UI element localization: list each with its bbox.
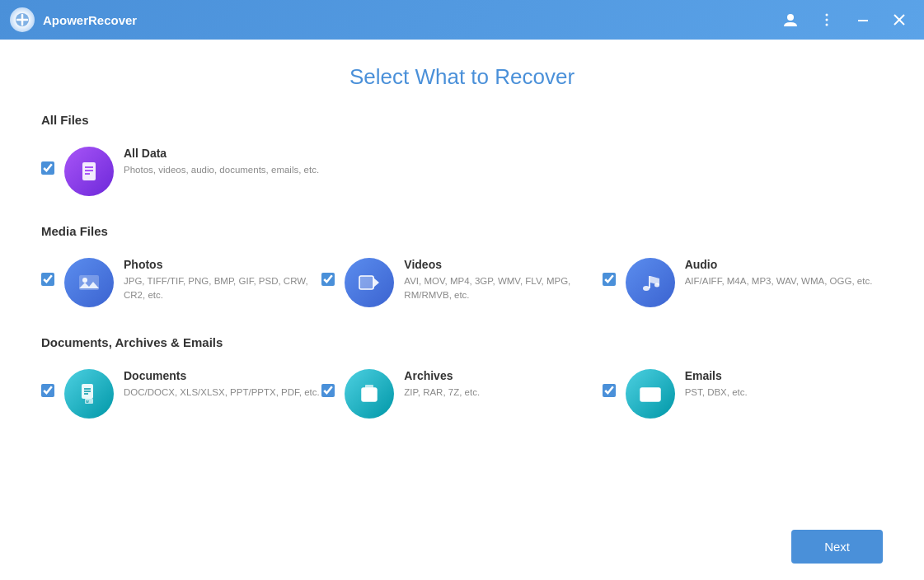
emails-icon [626,369,675,419]
svg-point-1 [787,14,794,21]
titlebar: ApowerRecover [0,0,924,40]
all-data-icon [64,147,114,196]
svg-rect-5 [858,20,868,21]
svg-point-4 [826,24,828,26]
emails-checkbox-wrap[interactable] [603,384,616,400]
svg-rect-28 [365,385,373,390]
list-item: Archives ZIP, RAR, 7Z, etc. [321,361,602,419]
documents-name: Documents [124,369,321,382]
section-media-files: Media Files Photos JPG, TIFF/TIF, PNG, B… [41,224,883,324]
audio-icon [626,258,675,307]
docs-row: W Documents DOC/DOCX, XLS/XLSX, PPT/PPTX… [41,361,883,419]
archives-icon [345,369,394,419]
section-label-docs: Documents, Archives & Emails [41,335,883,349]
archives-info: Archives ZIP, RAR, 7Z, etc. [404,361,602,400]
list-item: W Documents DOC/DOCX, XLS/XLSX, PPT/PPTX… [41,361,321,419]
next-button[interactable]: Next [791,530,883,564]
list-item: Audio AIF/AIFF, M4A, MP3, WAV, WMA, OGG,… [603,250,883,307]
audio-desc: AIF/AIFF, M4A, MP3, WAV, WMA, OGG, etc. [685,274,883,288]
svg-rect-33 [640,388,660,401]
archives-desc: ZIP, RAR, 7Z, etc. [404,386,602,400]
photos-checkbox-wrap[interactable] [41,273,54,289]
list-item: Photos JPG, TIFF/TIF, PNG, BMP, GIF, PSD… [41,250,321,307]
svg-marker-15 [373,278,379,288]
all-data-checkbox-wrap[interactable] [41,161,54,178]
all-data-name: All Data [124,147,883,160]
audio-checkbox[interactable] [603,273,616,286]
archives-checkbox[interactable] [321,384,335,397]
audio-info: Audio AIF/AIFF, M4A, MP3, WAV, WMA, OGG,… [685,250,883,288]
emails-checkbox[interactable] [603,384,616,397]
bottom-bar: Next [41,522,883,564]
app-logo [10,7,35,32]
section-label-all-files: All Files [41,113,883,127]
section-documents: Documents, Archives & Emails W [41,335,883,435]
photos-icon [64,258,114,307]
documents-desc: DOC/DOCX, XLS/XLSX, PPT/PPTX, PDF, etc. [124,386,321,400]
videos-info: Videos AVI, MOV, MP4, 3GP, WMV, FLV, MPG… [404,250,602,303]
list-item: All Data Photos, videos, audio, document… [41,138,883,196]
svg-point-13 [82,278,87,283]
videos-checkbox[interactable] [321,273,335,286]
photos-name: Photos [124,258,321,271]
page-title: Select What to Recover [41,64,883,90]
svg-text:W: W [86,400,89,404]
svg-rect-14 [359,276,374,289]
archives-name: Archives [404,369,602,382]
svg-point-17 [643,286,650,291]
section-all-files: All Files All Data Photos, [41,113,883,213]
emails-desc: PST, DBX, etc. [685,386,883,400]
all-data-checkbox[interactable] [41,161,54,175]
app-title: ApowerRecover [43,13,776,27]
emails-name: Emails [685,369,883,382]
svg-point-19 [654,283,659,288]
all-data-desc: Photos, videos, audio, documents, emails… [124,163,883,177]
archives-checkbox-wrap[interactable] [321,384,335,400]
all-files-row: All Data Photos, videos, audio, document… [41,138,883,196]
photos-info: Photos JPG, TIFF/TIF, PNG, BMP, GIF, PSD… [124,250,321,303]
svg-point-3 [826,19,828,21]
section-label-media: Media Files [41,224,883,238]
list-item: Emails PST, DBX, etc. [603,361,883,419]
photos-checkbox[interactable] [41,273,54,286]
documents-info: Documents DOC/DOCX, XLS/XLSX, PPT/PPTX, … [124,361,321,400]
svg-point-2 [826,14,828,16]
window-controls [776,8,914,31]
list-item: Videos AVI, MOV, MP4, 3GP, WMV, FLV, MPG… [321,250,602,307]
minimize-button[interactable] [848,8,878,31]
photos-desc: JPG, TIFF/TIF, PNG, BMP, GIF, PSD, CRW, … [124,274,321,303]
emails-info: Emails PST, DBX, etc. [685,361,883,400]
audio-name: Audio [685,258,883,271]
documents-checkbox-wrap[interactable] [41,384,54,400]
videos-icon [345,258,394,307]
more-options-button[interactable] [812,8,842,31]
all-data-info: All Data Photos, videos, audio, document… [124,138,883,177]
videos-desc: AVI, MOV, MP4, 3GP, WMV, FLV, MPG, RM/RM… [404,274,602,303]
media-files-row: Photos JPG, TIFF/TIF, PNG, BMP, GIF, PSD… [41,250,883,307]
documents-icon: W [64,369,114,419]
main-content: Select What to Recover All Files [0,40,924,580]
audio-checkbox-wrap[interactable] [603,273,616,289]
videos-checkbox-wrap[interactable] [321,273,335,289]
svg-rect-18 [649,276,650,288]
profile-button[interactable] [776,8,805,31]
documents-checkbox[interactable] [41,384,54,397]
close-button[interactable] [884,8,914,31]
videos-name: Videos [404,258,602,271]
